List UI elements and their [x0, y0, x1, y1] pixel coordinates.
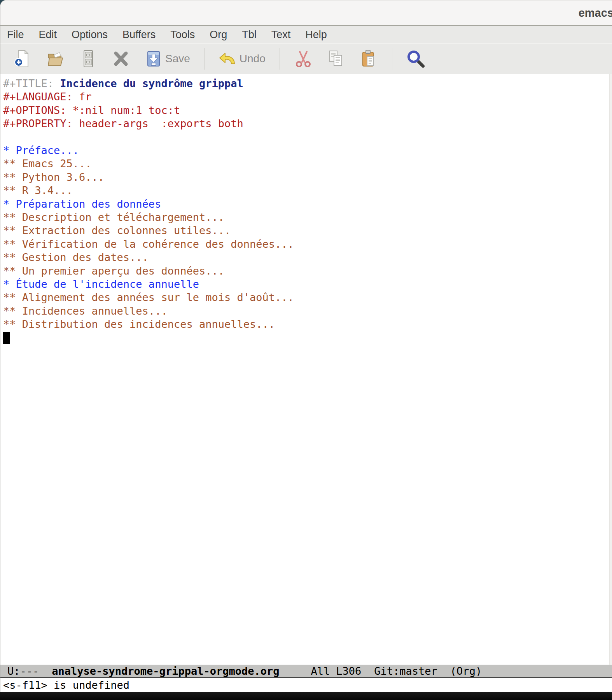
paste-icon — [359, 49, 378, 68]
org-h1: * Préparation des données — [3, 198, 161, 210]
toolbar-separator — [392, 48, 392, 70]
buffer-line[interactable]: ** Distribution des incidences annuelles… — [3, 318, 612, 331]
file-cabinet-icon — [79, 49, 98, 68]
menu-item-org[interactable]: Org — [210, 29, 227, 41]
buffer-line[interactable]: ** Incidences annuelles... — [3, 304, 612, 318]
buffer-line[interactable]: ** Alignement des années sur le mois d'a… — [3, 291, 612, 304]
buffer-line[interactable]: ** Un premier aperçu des données... — [3, 264, 612, 278]
echo-message: <s-f11> is undefined — [3, 679, 129, 691]
tool-bar: Save Undo — [0, 43, 612, 74]
menu-item-file[interactable]: File — [7, 29, 24, 41]
echo-area[interactable]: <s-f11> is undefined — [0, 678, 612, 692]
toolbar-button-search[interactable] — [406, 49, 425, 68]
buffer-line[interactable]: #+OPTIONS: *:nil num:1 toc:t — [3, 104, 612, 117]
undo-icon — [219, 49, 237, 68]
window-title: emacs — [579, 7, 612, 19]
buffer-line[interactable]: ** Vérification de la cohérence des donn… — [3, 238, 612, 251]
org-h2: ** Distribution des incidences annuelles… — [3, 318, 275, 330]
modeline-line-number: L306 — [336, 665, 361, 677]
menu-bar: FileEditOptionsBuffersToolsOrgTblTextHel… — [0, 26, 612, 43]
emacs-window: emacs FileEditOptionsBuffersToolsOrgTblT… — [0, 0, 612, 692]
org-meta: #+PROPERTY: header-args :exports both — [3, 117, 243, 130]
toolbar-button-close[interactable] — [112, 49, 130, 68]
buffer-text: #+TITLE: Incidence du syndrôme grippal#+… — [0, 74, 612, 345]
org-h2: ** Alignement des années sur le mois d'a… — [3, 291, 294, 303]
buffer-line[interactable]: ** R 3.4... — [3, 184, 612, 197]
modeline-major-mode: (Org) — [450, 665, 482, 677]
search-icon — [406, 49, 425, 68]
buffer-line[interactable]: #+TITLE: Incidence du syndrôme grippal — [3, 77, 612, 90]
org-h2: ** Description et téléchargement... — [3, 211, 224, 223]
mode-line: U:--- analyse-syndrome-grippal-orgmode.o… — [0, 665, 612, 678]
buffer-line[interactable]: * Préparation des données — [3, 198, 612, 211]
new-file-icon — [14, 49, 32, 68]
org-h2: ** Python 3.6... — [3, 171, 104, 183]
buffer-line[interactable]: ** Gestion des dates... — [3, 251, 612, 264]
menu-item-options[interactable]: Options — [72, 29, 108, 41]
org-h2: ** Emacs 25... — [3, 158, 92, 170]
toolbar-button-open-folder[interactable] — [46, 49, 65, 68]
org-doc-title: Incidence du syndrôme grippal — [60, 77, 243, 89]
cut-icon — [294, 49, 313, 68]
buffer-line[interactable]: #+LANGUAGE: fr — [3, 90, 612, 103]
menu-item-tbl[interactable]: Tbl — [242, 29, 257, 41]
menu-item-buffers[interactable]: Buffers — [122, 29, 156, 41]
buffer-line[interactable] — [3, 131, 612, 144]
buffer-line[interactable]: #+PROPERTY: header-args :exports both — [3, 117, 612, 130]
text-cursor — [3, 332, 10, 344]
org-meta: #+LANGUAGE: fr — [3, 91, 92, 103]
org-h1: * Étude de l'incidence annuelle — [3, 278, 199, 290]
close-icon — [112, 49, 130, 68]
toolbar-button-paste[interactable] — [359, 49, 378, 68]
buffer-line[interactable]: * Préface... — [3, 144, 612, 157]
desktop-bottom-bar — [0, 692, 612, 700]
org-h2: ** Extraction des colonnes utiles... — [3, 224, 231, 236]
menu-item-tools[interactable]: Tools — [170, 29, 195, 41]
menu-item-edit[interactable]: Edit — [39, 29, 57, 41]
buffer-line[interactable]: ** Python 3.6... — [3, 171, 612, 184]
menu-item-help[interactable]: Help — [305, 29, 327, 41]
buffer-line[interactable]: ** Extraction des colonnes utiles... — [3, 224, 612, 237]
buffer-line[interactable]: * Étude de l'incidence annuelle — [3, 278, 612, 291]
org-h2: ** R 3.4... — [3, 184, 73, 196]
save-icon — [144, 49, 163, 68]
toolbar-separator — [204, 48, 205, 70]
buffer-line[interactable] — [3, 331, 612, 345]
org-meta-kw: #+TITLE: — [3, 77, 60, 89]
toolbar-label-undo: Undo — [240, 52, 266, 65]
toolbar-button-copy[interactable] — [327, 49, 345, 68]
toolbar-button-cut[interactable] — [294, 49, 313, 68]
modeline-buffer-name: analyse-syndrome-grippal-orgmode.org — [52, 665, 279, 677]
org-h1: * Préface... — [3, 144, 79, 156]
scrollbar-trough[interactable] — [609, 74, 612, 665]
toolbar-button-undo[interactable]: Undo — [219, 49, 266, 68]
open-folder-icon — [46, 49, 65, 68]
org-h2: ** Incidences annuelles... — [3, 305, 168, 317]
modeline-position: All — [311, 665, 330, 677]
toolbar-separator — [280, 48, 280, 70]
toolbar-label-save: Save — [165, 52, 190, 65]
title-bar[interactable]: emacs — [0, 0, 612, 26]
org-h2: ** Vérification de la cohérence des donn… — [3, 238, 294, 250]
toolbar-button-new-file[interactable] — [14, 49, 32, 68]
org-h2: ** Un premier aperçu des données... — [3, 265, 224, 277]
org-h2: ** Gestion des dates... — [3, 251, 149, 263]
modeline-status: U:--- — [7, 665, 39, 677]
toolbar-button-save[interactable]: Save — [144, 49, 190, 68]
menu-item-text[interactable]: Text — [271, 29, 291, 41]
toolbar-button-file-cabinet[interactable] — [79, 49, 98, 68]
org-meta: #+OPTIONS: *:nil num:1 toc:t — [3, 104, 180, 116]
buffer-line[interactable]: ** Description et téléchargement... — [3, 211, 612, 224]
buffer-line[interactable]: ** Emacs 25... — [3, 157, 612, 170]
buffer[interactable]: #+TITLE: Incidence du syndrôme grippal#+… — [0, 74, 612, 665]
modeline-vcs-branch: Git:master — [374, 665, 437, 677]
copy-icon — [327, 49, 345, 68]
